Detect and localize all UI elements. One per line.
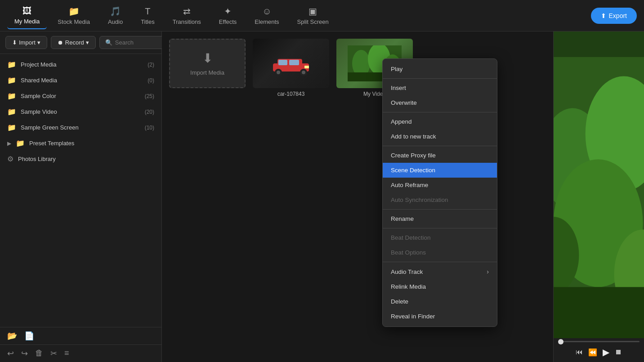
svg-rect-21 [554, 31, 644, 57]
menu-item-audio-track[interactable]: Audio Track › [383, 264, 497, 279]
split-screen-icon: ▣ [309, 6, 317, 17]
cut-icon[interactable]: ✂ [50, 349, 57, 358]
svg-rect-7 [289, 60, 299, 65]
sidebar-item-sample-color[interactable]: 📁 Sample Color (25) [0, 88, 161, 104]
car-label: car-107843 [253, 91, 329, 97]
menu-separator-4 [383, 209, 497, 210]
preview-controls: ⏮ ⏪ ▶ ⏹ [554, 342, 644, 362]
sidebar-item-label: Sample Video [21, 108, 57, 115]
menu-scene-detection-label: Scene Detection [391, 167, 435, 174]
slider-thumb [558, 339, 564, 344]
import-icon: ⬇ [12, 39, 17, 46]
sidebar-item-sample-video[interactable]: 📁 Sample Video (20) [0, 104, 161, 120]
menu-item-insert[interactable]: Insert [383, 80, 497, 95]
record-button[interactable]: ⏺ Record ▾ [51, 36, 96, 49]
menu-item-append[interactable]: Append [383, 114, 497, 129]
nav-elements[interactable]: ☺ Elements [247, 3, 286, 29]
menu-delete-label: Delete [391, 298, 408, 305]
car-thumbnail [253, 39, 329, 88]
nav-stock-media[interactable]: 📁 Stock Media [50, 2, 97, 29]
car-svg [264, 50, 318, 77]
menu-item-relink-media[interactable]: Relink Media [383, 279, 497, 294]
menu-item-beat-options: Beat Options [383, 245, 497, 260]
sidebar-footer: 📂 📄 [0, 327, 161, 344]
menu-item-beat-detection: Beat Detection [383, 230, 497, 245]
skip-back-icon[interactable]: ⏮ [576, 348, 583, 356]
svg-point-5 [302, 71, 305, 74]
folder-icon: 📁 [7, 60, 16, 69]
export-label: Export [609, 12, 627, 19]
menu-item-reveal-in-finder[interactable]: Reveal in Finder [383, 309, 497, 324]
menu-item-rename[interactable]: Rename [383, 211, 497, 226]
record-icon: ⏺ [58, 39, 63, 46]
main-body: ⬇ Import ▾ ⏺ Record ▾ 🔍 ⊟ ⋮⋮ 📁 Projec [0, 31, 644, 362]
export-icon: ⬆ [601, 12, 606, 19]
sidebar-item-label: Preset Templates [29, 140, 74, 147]
menu-auto-sync-label: Auto Synchronization [391, 197, 448, 203]
sidebar-item-photos-library[interactable]: ⚙ Photos Library [0, 151, 161, 167]
menu-separator-5 [383, 228, 497, 228]
redo-icon[interactable]: ↪ [21, 349, 28, 358]
sidebar-item-count: (0) [148, 77, 154, 84]
sidebar-item-sample-green-screen[interactable]: 📁 Sample Green Screen (10) [0, 120, 161, 135]
undo-icon[interactable]: ↩ [7, 349, 14, 358]
media-tile-car[interactable]: car-107843 [253, 39, 329, 97]
sidebar-item-label: Shared Media [21, 77, 57, 84]
nav-effects-label: Effects [219, 18, 237, 25]
menu-item-auto-reframe[interactable]: Auto Reframe [383, 178, 497, 192]
adjust-icon[interactable]: ≡ [64, 349, 69, 358]
delete-icon[interactable]: 🗑 [35, 349, 43, 358]
sidebar-item-label: Sample Green Screen [21, 124, 79, 131]
menu-beat-detection-label: Beat Detection [391, 234, 431, 241]
export-button[interactable]: ⬆ Export [591, 8, 637, 24]
menu-item-delete[interactable]: Delete [383, 294, 497, 309]
media-tile-import[interactable]: ⬇ Import Media [169, 39, 246, 97]
nav-transitions[interactable]: ⇄ Transitions [165, 2, 208, 29]
menu-item-create-proxy-file[interactable]: Create Proxy file [383, 148, 497, 163]
nav-titles[interactable]: T Titles [134, 3, 162, 29]
add-icon[interactable]: 📄 [24, 331, 34, 341]
slider-track [558, 341, 640, 342]
import-button[interactable]: ⬇ Import ▾ [5, 36, 47, 49]
sidebar-item-shared-media[interactable]: 📁 Shared Media (0) [0, 72, 161, 88]
elements-icon: ☺ [262, 6, 271, 17]
menu-audio-track-label: Audio Track [391, 268, 423, 275]
audio-icon: 🎵 [110, 6, 121, 17]
sidebar-item-label: Project Media [21, 61, 56, 68]
menu-create-proxy-label: Create Proxy file [391, 152, 436, 159]
menu-rename-label: Rename [391, 215, 414, 222]
nav-audio[interactable]: 🎵 Audio [101, 2, 130, 29]
menu-item-overwrite[interactable]: Overwrite [383, 95, 497, 110]
step-back-icon[interactable]: ⏪ [588, 348, 597, 357]
nav-my-media[interactable]: 🖼 My Media [7, 2, 47, 29]
menu-separator-6 [383, 262, 497, 262]
menu-separator-3 [383, 146, 497, 146]
sidebar-bottom-tools: ↩ ↪ 🗑 ✂ ≡ [0, 344, 161, 362]
menu-auto-reframe-label: Auto Reframe [391, 182, 428, 188]
titles-icon: T [145, 6, 150, 17]
nav-split-screen[interactable]: ▣ Split Screen [290, 2, 336, 29]
transitions-icon: ⇄ [183, 6, 191, 17]
menu-play-label: Play [391, 66, 402, 72]
nav-stock-media-label: Stock Media [58, 18, 90, 25]
menu-item-play[interactable]: Play [383, 62, 497, 76]
sidebar-list: 📁 Project Media (2) 📁 Shared Media (0) 📁… [0, 54, 161, 327]
sidebar-item-preset-templates[interactable]: ▶ 📁 Preset Templates [0, 135, 161, 151]
new-folder-icon[interactable]: 📂 [7, 331, 17, 341]
svg-rect-6 [278, 60, 287, 65]
top-nav: 🖼 My Media 📁 Stock Media 🎵 Audio T Title… [0, 0, 644, 31]
sidebar-item-count: (20) [145, 109, 154, 115]
preview-video-svg [554, 31, 644, 338]
menu-item-add-to-new-track[interactable]: Add to new track [383, 129, 497, 144]
preview-slider[interactable] [554, 338, 644, 342]
stop-icon[interactable]: ⏹ [615, 348, 622, 356]
menu-separator-2 [383, 112, 497, 112]
nav-effects[interactable]: ✦ Effects [212, 2, 244, 29]
menu-reveal-finder-label: Reveal in Finder [391, 313, 435, 320]
record-chevron-icon: ▾ [86, 39, 89, 46]
import-media-icon: ⬇ [202, 51, 213, 66]
play-icon[interactable]: ▶ [603, 347, 609, 358]
sidebar-item-count: (25) [145, 93, 154, 99]
menu-item-scene-detection[interactable]: Scene Detection [383, 163, 497, 178]
sidebar-item-project-media[interactable]: 📁 Project Media (2) [0, 57, 161, 72]
